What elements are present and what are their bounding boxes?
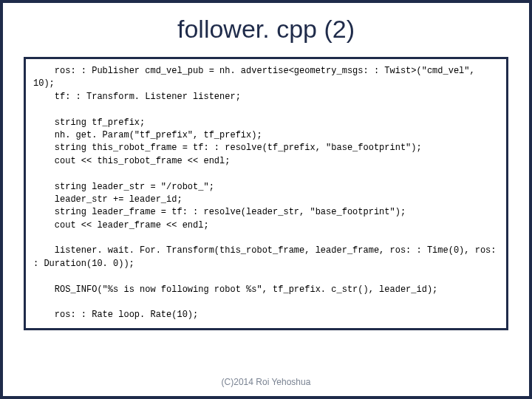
code-block: ros: : Publisher cmd_vel_pub = nh. adver… [24, 57, 508, 330]
slide: follower. cpp (2) ros: : Publisher cmd_v… [0, 0, 532, 399]
copyright-credit: (C)2014 Roi Yehoshua [3, 377, 529, 387]
slide-title: follower. cpp (2) [3, 15, 529, 44]
